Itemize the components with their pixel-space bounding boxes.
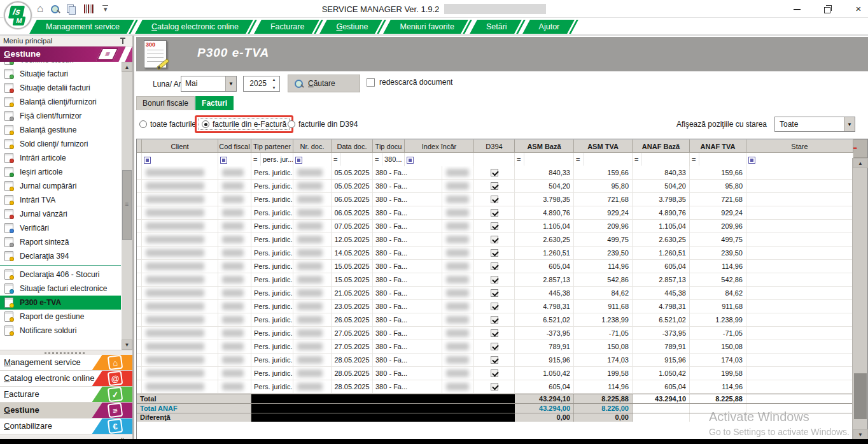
cell-tip-partener[interactable]: Pers. juridic... [251,327,293,340]
filter-cell-index-nc-r[interactable] [405,153,474,166]
cell-asm-tva[interactable]: 199,58 [574,367,633,380]
cell-cod-fiscal[interactable] [218,180,251,192]
cell-d394[interactable] [474,166,515,179]
cell-cod-fiscal[interactable] [218,300,251,313]
cell-data-doc[interactable]: 12.05.2025 [332,233,373,246]
radio-icon[interactable] [139,120,147,128]
cell-tip-partener[interactable]: Pers. juridic... [251,300,293,313]
checked-checkbox-icon[interactable] [491,276,498,283]
sidebar-item-raport-sintez-[interactable]: Raport sinteză [0,235,121,249]
cell-asm-tva[interactable]: 209,96 [574,220,633,233]
cell-d394[interactable] [474,206,515,219]
cell-tip-docu[interactable]: 380 - Fa... [373,273,442,286]
table-row[interactable]: Pers. juridic...06.05.2025380 - Fa...4.8… [137,206,867,220]
checked-checkbox-icon[interactable] [491,236,498,243]
cell-stare[interactable] [746,206,853,219]
cell-asm-baza[interactable]: 605,04 [515,260,574,273]
cell-cod-fiscal[interactable] [218,273,251,286]
table-row[interactable]: Pers. juridic...06.05.2025380 - Fa...3.7… [137,193,867,206]
table-row[interactable]: Pers. juridic...14.05.2025380 - Fa...1.2… [137,247,867,260]
radio-icon[interactable] [288,120,295,128]
cell-nr-doc[interactable] [293,193,332,206]
sidebar-item-raport-de-gestiune[interactable]: Raport de gestiune [0,310,121,324]
table-row[interactable]: Pers. juridic...21.05.2025380 - Fa...445… [137,287,867,300]
cell-index-incarcare[interactable] [442,247,474,259]
scroll-up-icon[interactable]: ▲ [853,158,868,168]
column-header-stare[interactable]: Stare [746,140,853,153]
table-row[interactable]: Pers. juridic...26.05.2025380 - Fa...6.5… [137,313,867,327]
table-row[interactable]: Pers. juridic...07.05.2025380 - Fa...1.1… [137,220,867,233]
table-row[interactable]: Pers. juridic...27.05.2025380 - Fa...789… [137,340,867,354]
cell-cod-fiscal[interactable] [218,220,251,233]
sidebar-item-situa-ie-facturi-electronice[interactable]: Situaţie facturi electronice [0,282,121,296]
cell-nr-doc[interactable] [293,247,332,259]
sidebar-item-sold-clien-i-furnizori[interactable]: Sold clienţi/ furnizori [0,137,121,151]
sidebar-item-fi-client-furnizor[interactable]: Fişă client/furnizor [0,109,121,123]
column-header-nr-doc-[interactable]: Nr. doc. [293,140,332,153]
cell-tip-docu[interactable]: 380 - Fa... [373,220,442,233]
cell-asm-baza[interactable]: 605,04 [515,380,574,393]
cell-cod-fiscal[interactable] [218,166,251,179]
radio-selected-icon[interactable] [202,120,209,128]
cell-data-doc[interactable]: 26.05.2025 [332,313,373,326]
cell-tip-partener[interactable]: Pers. juridic... [251,247,293,259]
cell-anaf-tva[interactable]: 95,80 [690,180,746,192]
cell-nr-doc[interactable] [293,300,332,313]
cell-nr-doc[interactable] [293,313,332,326]
cell-tip-partener[interactable]: Pers. juridic... [251,233,293,246]
column-header-asm-tva[interactable]: ASM TVA [574,140,633,153]
cell-anaf-tva[interactable]: 150,08 [690,340,746,353]
cell-anaf-baza[interactable]: 915,96 [633,354,690,366]
cell-tip-docu[interactable]: 380 - Fa... [373,380,442,393]
cell-index-incarcare[interactable] [442,193,474,206]
cell-index-incarcare[interactable] [442,260,474,273]
cell-anaf-tva[interactable]: 114,96 [690,260,746,273]
cell-asm-baza[interactable]: 4.798,31 [515,300,574,313]
cell-index-incarcare[interactable] [442,327,474,340]
sidebar-item-jurnal-v-nz-ri[interactable]: Jurnal vânzări [0,207,121,221]
equals-filter-icon[interactable]: = [576,153,584,166]
cell-nr-doc[interactable] [293,260,332,273]
cell-asm-tva[interactable]: 114,96 [574,380,633,393]
cell-d394[interactable] [474,220,515,233]
checked-checkbox-icon[interactable] [491,249,498,257]
cell-asm-baza[interactable]: 840,33 [515,166,574,179]
radio-toate-facturile[interactable]: toate facturile [139,120,196,129]
cell-asm-baza[interactable]: 1.260,51 [515,247,574,259]
cell-client[interactable] [142,220,218,233]
checked-checkbox-icon[interactable] [491,369,498,377]
cell-client[interactable] [142,354,218,366]
cell-anaf-tva[interactable]: -71,05 [690,327,746,340]
cell-tip-partener[interactable]: Pers. juridic... [251,180,293,192]
cell-index-incarcare[interactable] [442,166,474,179]
cell-d394[interactable] [474,313,515,326]
cell-cod-fiscal[interactable] [218,340,251,353]
cell-client[interactable] [142,273,218,286]
checked-checkbox-icon[interactable] [491,169,498,176]
cell-index-incarcare[interactable] [442,313,474,326]
cell-cod-fiscal[interactable] [218,193,251,206]
cell-anaf-baza[interactable]: -373,95 [633,327,690,340]
filter-cell-tip-partener[interactable]: =pers. jur... [251,153,293,166]
cell-index-incarcare[interactable] [442,206,474,219]
cell-anaf-baza[interactable]: 445,38 [633,287,690,299]
cell-nr-doc[interactable] [293,380,332,393]
cell-nr-doc[interactable] [293,340,332,353]
cell-asm-tva[interactable]: 159,66 [574,166,633,179]
ribbon-tab-catalog-electronic-online[interactable]: Catalog electronic online [139,20,251,34]
ribbon-tab-gestiune[interactable]: Gestiune [323,20,381,34]
chevron-down-icon[interactable]: ▼ [225,76,236,91]
cell-asm-baza[interactable]: 6.521,02 [515,313,574,326]
cell-tip-partener[interactable]: Pers. juridic... [251,354,293,366]
cell-index-incarcare[interactable] [442,180,474,192]
checked-checkbox-icon[interactable] [491,222,498,230]
cell-stare[interactable] [746,273,853,286]
cell-cod-fiscal[interactable] [218,313,251,326]
table-row[interactable]: Pers. juridic...12.05.2025380 - Fa...2.6… [137,233,867,247]
filter-cell-data-doc-[interactable]: = [332,153,373,166]
sidebar-item-verific-ri[interactable]: Verificări [0,221,121,235]
sidebar-item-p300-e-tva[interactable]: P300 e-TVA [0,296,121,310]
cell-cod-fiscal[interactable] [218,327,251,340]
sidebar-item-situa-ie-detalii-facturi[interactable]: Situaţie detalii facturi [0,81,121,95]
ribbon-tab-management-service[interactable]: Management service [33,20,132,34]
